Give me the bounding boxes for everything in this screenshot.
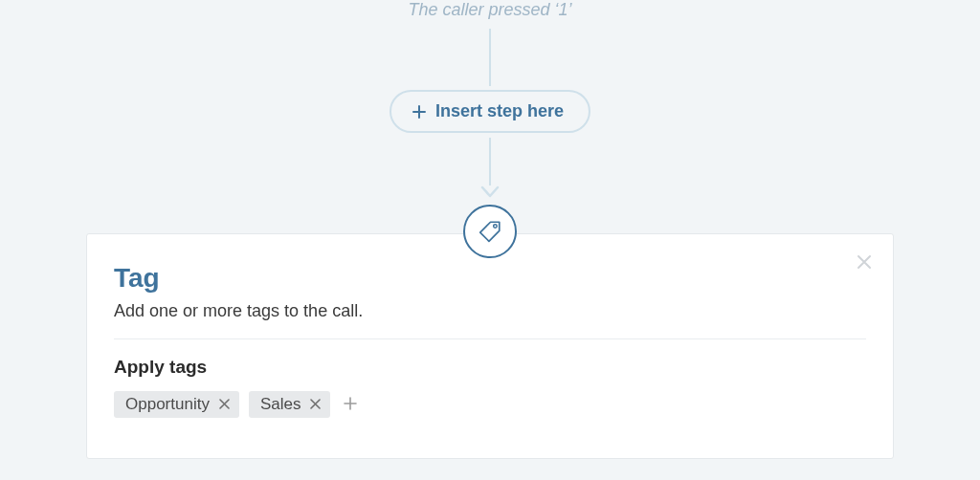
remove-tag-button[interactable] (310, 398, 321, 412)
insert-step-button[interactable]: Insert step here (390, 90, 590, 133)
tag-label: Opportunity (125, 395, 210, 414)
remove-tag-button[interactable] (219, 398, 230, 412)
card-title: Tag (114, 263, 866, 294)
add-tag-button[interactable] (340, 394, 361, 415)
insert-step-label: Insert step here (435, 101, 564, 121)
plus-icon (344, 397, 357, 413)
call-flow-canvas: The caller pressed ‘1’ Insert step here (0, 0, 980, 480)
apply-tags-heading: Apply tags (114, 357, 866, 378)
tag-chip[interactable]: Sales (249, 391, 331, 418)
close-button[interactable] (851, 250, 878, 276)
tag-chip[interactable]: Opportunity (114, 391, 239, 418)
tag-step-card: Tag Add one or more tags to the call. Ap… (86, 233, 894, 459)
divider (114, 338, 866, 339)
tag-label: Sales (260, 395, 301, 414)
card-description: Add one or more tags to the call. (114, 301, 866, 321)
plus-icon (412, 105, 426, 119)
arrow-down-icon (480, 185, 500, 199)
svg-point-0 (494, 225, 497, 228)
flow-connector (489, 138, 491, 185)
flow-caption: The caller pressed ‘1’ (0, 0, 980, 20)
x-icon (219, 398, 230, 412)
close-icon (857, 254, 872, 273)
flow-connector (489, 29, 491, 86)
tag-list: Opportunity Sales (114, 391, 866, 418)
tag-node-icon (463, 205, 517, 258)
x-icon (310, 398, 321, 412)
